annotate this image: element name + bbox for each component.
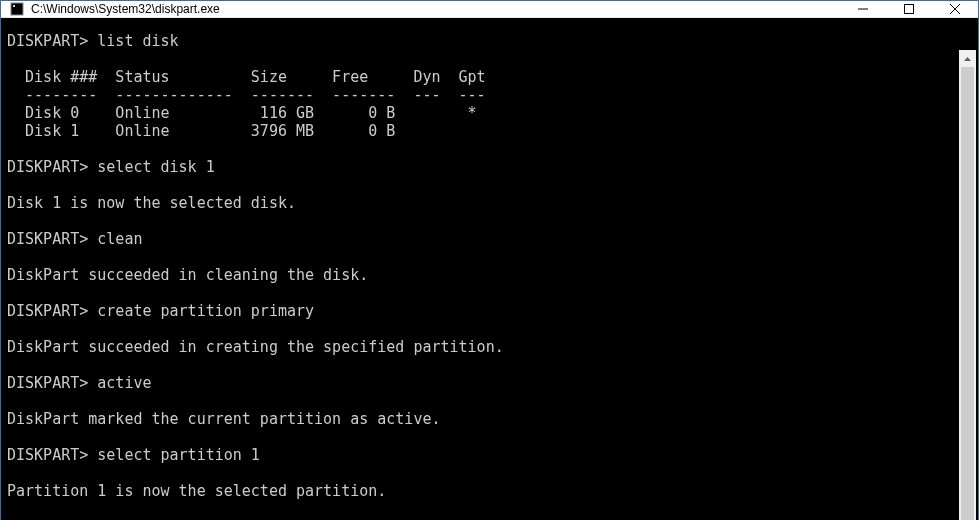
prompt: DISKPART> [7,32,88,50]
prompt: DISKPART> [7,302,88,320]
close-button[interactable] [932,1,978,17]
scrollbar-vertical[interactable] [959,50,976,520]
minimize-button[interactable] [840,1,886,17]
response-text: Partition 1 is now the selected partitio… [7,482,386,500]
cmd-list-disk: list disk [97,32,178,50]
prompt: DISKPART> [7,374,88,392]
prompt: DISKPART> [7,230,88,248]
disk-table-header: Disk ### Status Size Free Dyn Gpt [7,68,486,86]
prompt: DISKPART> [7,158,88,176]
svg-marker-6 [964,57,971,61]
app-icon [9,1,25,17]
cmd-create-partition: create partition primary [97,302,314,320]
console-area: DISKPART> list disk Disk ### Status Size… [1,18,978,520]
cmd-select-disk: select disk 1 [97,158,214,176]
maximize-button[interactable] [886,1,932,17]
svg-rect-3 [905,5,914,14]
prompt: DISKPART> [7,446,88,464]
console-output[interactable]: DISKPART> list disk Disk ### Status Size… [1,18,978,520]
scrollbar-track[interactable] [959,67,976,520]
svg-rect-0 [11,3,23,15]
disk-table-divider: -------- ------------- ------- ------- -… [7,86,486,104]
scrollbar-up-button[interactable] [959,50,976,67]
titlebar[interactable]: C:\Windows\System32\diskpart.exe [1,1,978,18]
response-text: Disk 1 is now the selected disk. [7,194,296,212]
cmd-clean: clean [97,230,142,248]
window-controls [840,1,978,17]
response-text: DiskPart succeeded in cleaning the disk. [7,266,368,284]
response-text: DiskPart marked the current partition as… [7,410,440,428]
scrollbar-thumb[interactable] [961,67,974,520]
app-window: C:\Windows\System32\diskpart.exe DISKPAR… [0,0,979,520]
response-text: DiskPart succeeded in creating the speci… [7,338,504,356]
disk-table-row: Disk 1 Online 3796 MB 0 B [7,122,395,140]
svg-rect-1 [13,5,15,7]
cmd-active: active [97,374,151,392]
cmd-select-partition: select partition 1 [97,446,260,464]
window-title: C:\Windows\System32\diskpart.exe [31,2,840,16]
disk-table-row: Disk 0 Online 116 GB 0 B * [7,104,477,122]
